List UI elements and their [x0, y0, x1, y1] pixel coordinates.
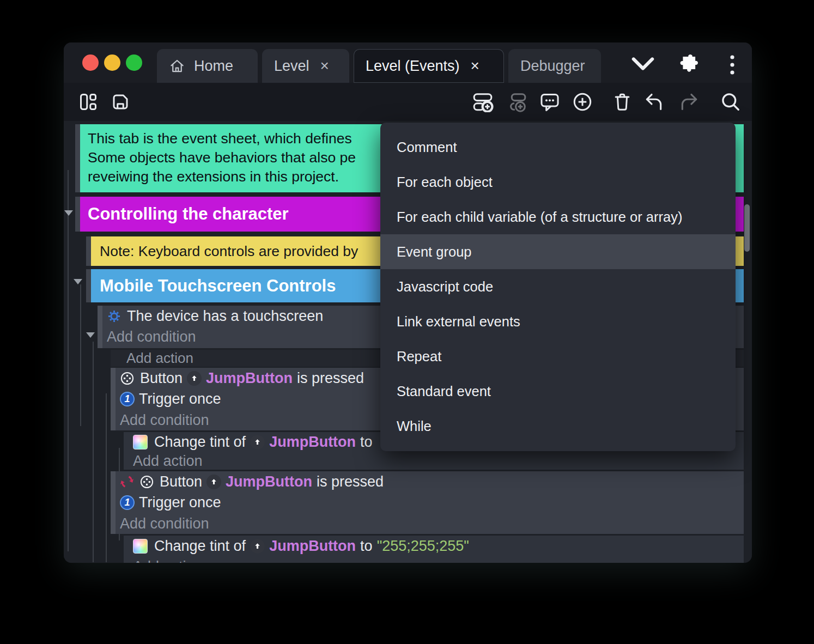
tint-color-icon: [133, 539, 148, 554]
add-event-icon[interactable]: [472, 92, 494, 112]
vertical-scrollbar-thumb[interactable]: [744, 204, 750, 252]
minimize-window-button[interactable]: [104, 54, 120, 71]
object-name: Button: [160, 473, 202, 490]
touch-gear-icon: [107, 309, 122, 324]
condition-text: is pressed: [317, 473, 384, 490]
action-block-tint-2[interactable]: Change tint of JumpButton to "255;255;25…: [124, 536, 744, 563]
tab-level-events-close-icon[interactable]: ×: [471, 58, 479, 74]
toolbar: [64, 83, 752, 121]
collapse-arrow-icon[interactable]: [64, 210, 73, 216]
tab-debugger-label: Debugger: [520, 58, 585, 75]
block-margin-handle[interactable]: [111, 368, 116, 430]
app-window: Home Level × Level (Events) × Debugger: [64, 42, 752, 563]
redo-icon[interactable]: [678, 92, 700, 112]
add-action-link[interactable]: Add action: [133, 556, 744, 563]
condition-text: Trigger once: [139, 494, 221, 511]
tab-level-label: Level: [274, 58, 309, 75]
condition-row[interactable]: Button JumpButton is pressed: [120, 471, 744, 493]
menu-item-for-each-object[interactable]: For each object: [380, 165, 736, 199]
menu-item-comment[interactable]: Comment: [380, 130, 736, 165]
gamepad-button-icon: [120, 371, 135, 386]
tree-guide-line: [93, 342, 94, 562]
instance-up-arrow-icon: [250, 539, 265, 554]
block-margin-handle: [124, 432, 129, 470]
inverted-condition-icon: [120, 475, 134, 489]
add-action-link[interactable]: Add action: [133, 452, 744, 470]
tab-level[interactable]: Level ×: [262, 49, 349, 83]
menu-item-event-group[interactable]: Event group: [380, 234, 736, 269]
menu-item-while[interactable]: While: [380, 409, 736, 443]
condition-text: Trigger once: [139, 391, 221, 408]
desktop-background: { "titlebar": { "tabs": { "home": "Home"…: [0, 0, 814, 644]
condition-text: The device has a touchscreen: [127, 308, 323, 325]
add-event-context-menu: Comment For each object For each child v…: [380, 123, 736, 451]
tint-color-icon: [133, 435, 148, 449]
tab-level-events[interactable]: Level (Events) ×: [354, 49, 504, 83]
action-text: Change tint of: [154, 538, 246, 555]
tab-level-close-icon[interactable]: ×: [320, 58, 329, 74]
trigger-once-icon: 1: [120, 495, 135, 510]
block-margin-handle[interactable]: [75, 124, 80, 192]
add-subevent-icon[interactable]: [506, 92, 527, 112]
action-text: to: [360, 538, 373, 555]
menu-item-repeat[interactable]: Repeat: [380, 339, 736, 374]
collapse-arrow-icon[interactable]: [86, 332, 95, 338]
instance-up-arrow-icon: [187, 371, 202, 386]
tab-level-events-label: Level (Events): [366, 58, 460, 75]
addons-puzzle-icon[interactable]: [675, 52, 699, 76]
gamepad-button-icon: [139, 475, 154, 489]
action-text: Change tint of: [154, 434, 246, 451]
save-icon[interactable]: [111, 92, 130, 112]
menu-item-link-external-events[interactable]: Link external events: [380, 304, 736, 339]
tab-home-label: Home: [194, 58, 233, 75]
instance-name: JumpButton: [269, 538, 356, 555]
close-window-button[interactable]: [82, 54, 99, 71]
maximize-window-button[interactable]: [126, 54, 142, 71]
instance-name: JumpButton: [206, 370, 293, 387]
event-block-jumpbutton-2[interactable]: Button JumpButton is pressed 1 Trigger o…: [111, 471, 744, 534]
titlebar: Home Level × Level (Events) × Debugger: [64, 42, 752, 83]
instance-name: JumpButton: [269, 434, 356, 451]
trigger-once-icon: 1: [120, 392, 135, 406]
delete-trash-icon[interactable]: [612, 92, 633, 112]
menu-item-standard-event[interactable]: Standard event: [380, 374, 736, 409]
tree-guide-line: [80, 284, 81, 426]
condition-text: is pressed: [297, 370, 364, 387]
tab-debugger[interactable]: Debugger: [508, 49, 601, 83]
search-icon[interactable]: [720, 92, 741, 112]
block-margin-handle[interactable]: [86, 236, 91, 266]
object-name: Button: [140, 370, 183, 387]
instance-name: JumpButton: [226, 473, 312, 490]
undo-icon[interactable]: [643, 92, 665, 112]
instance-up-arrow-icon: [206, 475, 221, 489]
condition-row[interactable]: 1 Trigger once: [120, 493, 744, 514]
add-comment-icon[interactable]: [539, 92, 560, 112]
add-condition-link[interactable]: Add condition: [120, 513, 744, 534]
block-margin-handle: [124, 536, 129, 563]
collapse-arrow-icon[interactable]: [74, 279, 82, 284]
action-value: "255;255;255": [377, 538, 469, 555]
block-margin-handle[interactable]: [111, 471, 116, 534]
tree-guide-line: [68, 170, 69, 551]
action-row[interactable]: Change tint of JumpButton to "255;255;25…: [133, 536, 744, 556]
split-view-icon[interactable]: [78, 92, 98, 112]
home-icon: [169, 58, 185, 74]
block-margin-handle[interactable]: [98, 306, 102, 348]
menu-item-javascript-code[interactable]: Javascript code: [380, 269, 736, 304]
tab-home[interactable]: Home: [157, 49, 258, 83]
menu-item-for-each-child-variable[interactable]: For each child variable (of a structure …: [380, 199, 736, 234]
instance-up-arrow-icon: [250, 435, 265, 449]
action-text: to: [360, 434, 373, 451]
tree-guide-line: [106, 393, 107, 562]
block-margin-handle[interactable]: [75, 197, 80, 232]
kebab-menu-icon[interactable]: [730, 54, 735, 75]
add-new-icon[interactable]: [572, 92, 593, 112]
chevron-down-icon[interactable]: [631, 57, 654, 71]
block-margin-handle[interactable]: [86, 269, 91, 302]
